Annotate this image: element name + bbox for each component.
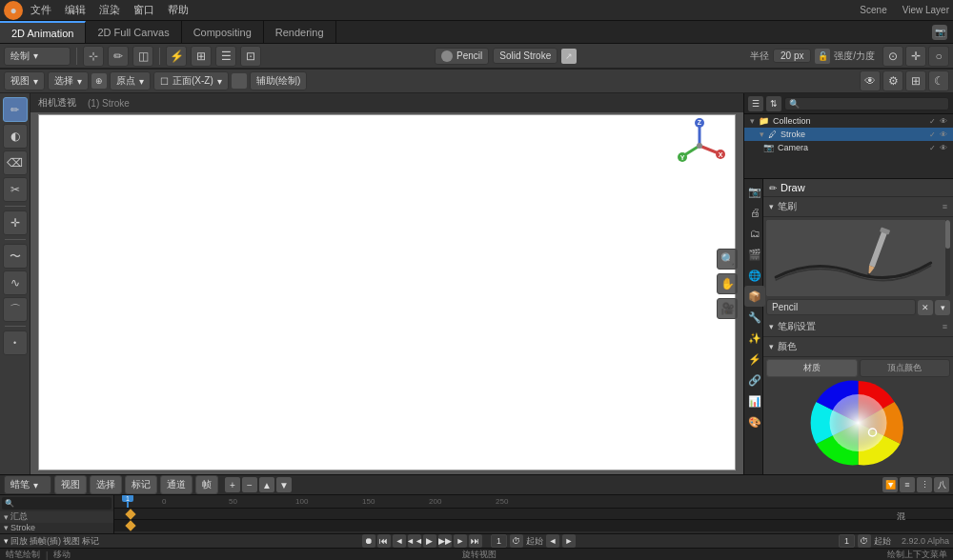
radius-lock[interactable]: 🔓 [815,49,830,64]
tab-rendering[interactable]: Rendering [264,21,336,43]
pencil-tool-btn[interactable]: ✏ [108,46,129,67]
outliner-search[interactable]: 🔍 [784,97,949,110]
prev-marker-btn[interactable]: ◄ [546,534,559,548]
constraints-icon[interactable]: 🔗 [744,370,765,390]
tl-select-btn[interactable]: 选择 [90,475,122,494]
menu-edit[interactable]: 编辑 [59,1,91,19]
modifier-icon[interactable]: 🔧 [744,307,765,328]
object-icon[interactable]: 📦 [744,286,765,307]
outliner-camera[interactable]: 📷 Camera ✓ 👁 [744,141,953,154]
end-frame-field[interactable]: 1 [839,534,855,548]
snap-btn[interactable]: ⚡ [166,46,187,67]
brush-tool-btn[interactable]: ◫ [132,46,153,67]
canvas-area[interactable] [38,114,736,470]
frame-timer-icon[interactable]: ⏱ [510,534,523,548]
tl-up-btn[interactable]: ▲ [259,477,274,492]
dot-tool[interactable]: • [3,330,28,355]
jump-start-btn[interactable]: ⏮ [377,534,391,548]
brush-close[interactable]: ✕ [918,300,933,315]
cursor-tool[interactable]: ⊹ [83,46,104,67]
brush-preview-scrollbar[interactable] [945,220,950,296]
outliner-stroke[interactable]: ▾ 🖊 Stroke ✓ 👁 [744,128,953,141]
cut-tool[interactable]: ✂ [3,177,28,202]
stroke-arrow[interactable]: ↗ [561,49,577,64]
stroke-keyframe[interactable] [125,520,135,530]
tl-filter2[interactable]: ≡ [900,477,915,492]
next-keyframe-btn[interactable]: ▶▶ [438,534,452,548]
scene-icon[interactable]: 🎬 [744,244,765,265]
playback-dropdown[interactable]: ▾ [4,536,9,546]
show-icon[interactable]: 👁 [860,70,881,91]
brush-expand[interactable]: ▾ [935,300,950,315]
overlay-btn[interactable]: ⊙ [882,46,903,67]
tl-add-btn[interactable]: + [225,477,240,492]
origin-icon[interactable]: ⊕ [91,73,107,89]
physics-icon[interactable]: ⚡ [744,349,765,370]
view-layer-icon[interactable]: 🗂 [744,223,765,244]
track-search[interactable]: 🔍 [2,497,112,510]
vertex-color-btn[interactable]: 顶点颜色 [860,359,951,377]
shading-btn[interactable]: ○ [928,46,949,67]
grease-pencil-dropdown[interactable]: 蜡笔 ▾ [4,475,51,494]
keyframe-diamond[interactable] [125,509,135,519]
tab-2d-full-canvas[interactable]: 2D Full Canvas [86,21,181,43]
end-timer-icon[interactable]: ⏱ [858,534,871,548]
menu-file[interactable]: 文件 [25,1,57,19]
tl-mark-btn[interactable]: 标记 [125,475,157,494]
data-icon[interactable]: 📊 [744,390,765,411]
brush-settings-header[interactable]: ▾ 笔刷设置 ≡ [763,317,953,337]
front-xz-dropdown[interactable]: ☐ 正面(X-Z) ▾ [153,71,229,90]
material-icon[interactable]: 🎨 [744,411,765,432]
jump-end-btn[interactable]: ⏭ [469,534,482,548]
tl-frame-btn[interactable]: 帧 [195,475,218,494]
radius-value[interactable]: 20 px [773,49,811,63]
curve-tool[interactable]: 〜 [3,244,28,269]
outliner-sort-icon[interactable]: ⇅ [766,96,781,111]
tl-down-btn[interactable]: ▼ [276,477,292,492]
camera-view-icon[interactable]: 🎥 [717,298,738,319]
erase-tool[interactable]: ⌫ [3,150,28,175]
menu-render[interactable]: 渲染 [93,1,126,19]
play-btn[interactable]: ▶ [423,534,436,548]
record-btn[interactable]: ⏺ [362,534,375,548]
tl-filter1[interactable]: 🔽 [882,477,898,492]
camera-icon-tab[interactable]: 📷 [932,25,947,40]
menu-window[interactable]: 窗口 [128,1,160,19]
output-icon[interactable]: 🖨 [744,202,765,223]
brush-name-field[interactable]: Pencil [766,299,916,315]
filter3-icon[interactable]: ☾ [928,70,949,91]
tl-minus-btn[interactable]: − [242,477,257,492]
next-frame-btn[interactable]: ► [454,534,467,548]
pan-icon[interactable]: ✋ [717,273,738,294]
draw-mode-dropdown[interactable]: 绘制 ▾ [4,47,71,66]
tl-channel-btn[interactable]: 通道 [160,475,193,494]
particles-icon[interactable]: ✨ [744,328,765,349]
gizmo-btn[interactable]: ✛ [905,46,926,67]
tl-view-btn[interactable]: 视图 [54,475,87,494]
lock-icon2[interactable] [232,73,247,89]
fill-tool[interactable]: ◐ [3,124,28,149]
wave-tool[interactable]: ∿ [3,270,28,295]
playhead[interactable]: 1 [127,495,129,508]
blender-logo[interactable]: ● [4,1,23,20]
material-btn[interactable]: 材质 [766,359,858,377]
brush-section-header[interactable]: ▾ 笔刷 ≡ [763,197,953,217]
pencil-dropdown[interactable]: Pencil [435,48,489,65]
world-icon[interactable]: 🌐 [744,265,765,286]
prev-keyframe-btn[interactable]: ◄◄ [408,534,421,548]
move-tool[interactable]: ✛ [3,210,28,235]
draw-dropdown-main[interactable]: 选择 ▾ [48,71,89,90]
origin-dropdown[interactable]: 原点 ▾ [110,71,151,90]
stroke-dropdown[interactable]: Solid Stroke [493,48,558,64]
next-marker-btn[interactable]: ► [562,534,576,548]
filter2-icon[interactable]: ⊞ [905,70,926,91]
tl-filter3[interactable]: ⋮ [917,477,932,492]
snap3-btn[interactable]: ☰ [215,46,236,67]
tab-compositing[interactable]: Compositing [182,21,264,43]
color-section-header[interactable]: ▾ 颜色 [763,337,953,357]
draw-tool[interactable]: ✏ [3,97,28,122]
render-icon[interactable]: 📷 [744,181,765,202]
playhead-handle[interactable]: 1 [122,495,133,502]
tab-2d-animation[interactable]: 2D Animation [0,21,86,43]
outliner-filter-icon[interactable]: ☰ [748,96,763,111]
